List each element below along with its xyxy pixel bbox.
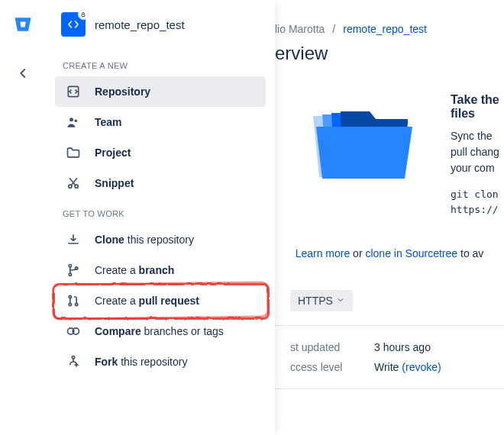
create-pull-request[interactable]: Create a pull request bbox=[55, 285, 266, 316]
breadcrumb-separator: / bbox=[332, 23, 335, 35]
svg-rect-0 bbox=[82, 14, 85, 17]
menu-label: Snippet bbox=[95, 177, 134, 189]
branch-icon bbox=[64, 263, 82, 278]
folder-icon bbox=[64, 145, 82, 160]
svg-point-9 bbox=[69, 295, 71, 298]
learn-more-link[interactable]: Learn more bbox=[296, 247, 351, 259]
svg-point-14 bbox=[72, 356, 74, 359]
menu-label: Create a branch bbox=[95, 264, 174, 276]
svg-point-3 bbox=[75, 120, 78, 123]
breadcrumb-owner[interactable]: lio Marotta bbox=[275, 23, 325, 35]
svg-point-11 bbox=[76, 303, 78, 305]
svg-point-4 bbox=[69, 185, 72, 188]
menu-label: Repository bbox=[95, 85, 150, 98]
svg-point-6 bbox=[69, 265, 71, 267]
clone-command: git clon https:// bbox=[451, 187, 504, 217]
clone-repository[interactable]: Clone this repository bbox=[55, 224, 266, 255]
meta-access-value: Write (revoke) bbox=[374, 361, 504, 373]
svg-point-7 bbox=[69, 273, 71, 276]
create-flyout-panel: remote_repo_test CREATE A NEW Repository… bbox=[46, 0, 275, 435]
fork-repository[interactable]: Fork this repository bbox=[55, 346, 266, 377]
bitbucket-logo-icon[interactable] bbox=[12, 14, 34, 37]
create-snippet[interactable]: Snippet bbox=[55, 168, 266, 198]
revoke-link[interactable]: (revoke) bbox=[402, 361, 441, 373]
menu-label: Clone this repository bbox=[95, 234, 194, 246]
clone-protocol-select[interactable]: HTTPS bbox=[290, 290, 353, 311]
lock-badge-icon bbox=[78, 9, 89, 20]
compare-icon bbox=[64, 324, 82, 339]
create-team[interactable]: Team bbox=[55, 107, 266, 137]
page-title: erview bbox=[275, 43, 504, 78]
scissors-icon bbox=[64, 176, 82, 191]
chevron-down-icon bbox=[336, 295, 345, 307]
breadcrumb: lio Marotta / remote_repo_test bbox=[275, 23, 504, 43]
svg-point-5 bbox=[75, 185, 78, 188]
menu-label: Compare branches or tags bbox=[95, 325, 224, 337]
repo-meta: st updated 3 hours ago ccess level Write… bbox=[275, 325, 504, 389]
create-project[interactable]: Project bbox=[55, 137, 266, 168]
meta-updated-label: st updated bbox=[290, 341, 374, 353]
learn-row: Learn more or clone in Sourcetree to av bbox=[275, 232, 504, 282]
repository-icon bbox=[64, 84, 82, 99]
create-repository[interactable]: Repository bbox=[55, 76, 266, 107]
back-icon[interactable] bbox=[15, 65, 31, 84]
onboard-body: Sync the pull chang your com bbox=[451, 128, 504, 187]
compare-branches[interactable]: Compare branches or tags bbox=[55, 316, 266, 346]
download-icon bbox=[64, 232, 82, 247]
repo-avatar bbox=[61, 12, 86, 37]
pull-request-icon bbox=[64, 293, 82, 308]
breadcrumb-repo[interactable]: remote_repo_test bbox=[343, 23, 427, 35]
menu-label: Fork this repository bbox=[95, 356, 187, 368]
svg-point-2 bbox=[69, 118, 73, 121]
onboard-heading: Take the files bbox=[451, 93, 504, 128]
menu-label: Team bbox=[95, 116, 122, 128]
team-icon bbox=[64, 114, 82, 130]
menu-label: Create a pull request bbox=[95, 295, 199, 307]
clone-sourcetree-link[interactable]: clone in Sourcetree bbox=[365, 247, 457, 259]
repo-title: remote_repo_test bbox=[95, 18, 185, 31]
svg-point-10 bbox=[69, 303, 71, 305]
menu-label: Project bbox=[95, 147, 131, 159]
meta-updated-value: 3 hours ago bbox=[374, 341, 504, 353]
meta-access-label: ccess level bbox=[290, 361, 374, 373]
fork-icon bbox=[64, 354, 82, 369]
section-label-create: CREATE A NEW bbox=[55, 50, 266, 76]
section-label-work: GET TO WORK bbox=[55, 198, 266, 224]
create-branch[interactable]: Create a branch bbox=[55, 255, 266, 285]
folder-illustration-icon bbox=[305, 93, 420, 187]
